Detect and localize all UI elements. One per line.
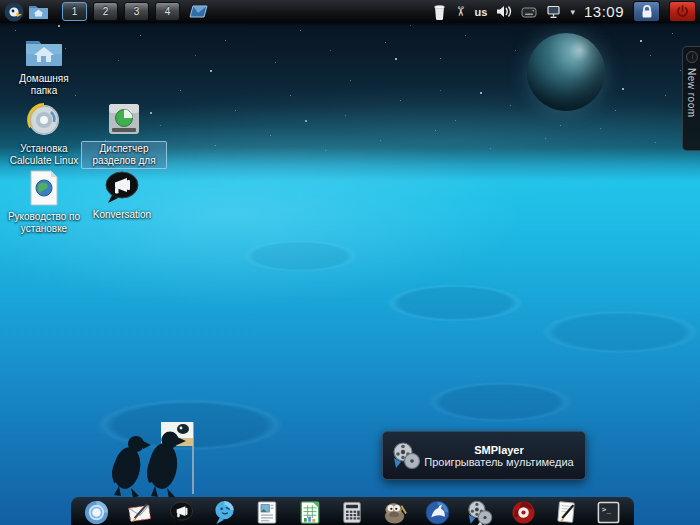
show-desktop-icon (188, 4, 208, 20)
konversation-dock-icon (169, 500, 194, 525)
tooltip-title: SMPlayer (422, 444, 576, 456)
workspace-button-1[interactable]: 1 (62, 2, 87, 21)
tooltip-subtitle: Проигрыватель мультимедиа (422, 456, 576, 468)
dock-item-terminal[interactable]: >_ (595, 499, 622, 525)
gimp-icon (383, 500, 408, 525)
lock-screen-button[interactable] (633, 1, 660, 22)
volume-icon[interactable] (496, 5, 512, 18)
dock-item-konversation[interactable] (168, 499, 195, 525)
partition-manager-icon (105, 102, 143, 138)
dock-item-text-editor[interactable] (552, 499, 579, 525)
shutdown-button[interactable] (669, 1, 696, 22)
dock-item-libreoffice-writer[interactable] (254, 499, 281, 525)
dock-item-kopete[interactable] (211, 499, 238, 525)
penguins-with-flag (103, 406, 215, 502)
claws-mail-icon (127, 500, 152, 525)
desktop-icon-partition-manager[interactable]: Диспетчер разделов для (81, 102, 167, 169)
kopete-icon (212, 500, 237, 525)
dock-tooltip: SMPlayer Проигрыватель мультимедиа (382, 431, 586, 480)
keyboard-layout-indicator[interactable]: us (475, 6, 488, 18)
system-tray: ✂ us ▾ 13:09 (433, 1, 696, 22)
desktop-icon-home-folder[interactable]: Домашняя папка (1, 36, 87, 99)
workspace-button-2[interactable]: 2 (93, 2, 118, 21)
smplayer-icon (467, 498, 494, 525)
install-cd-icon (25, 102, 63, 138)
planet (527, 33, 605, 111)
desktop-icon-label: Установка Calculate Linux (1, 141, 87, 169)
calculator-icon (340, 500, 364, 525)
dock: >_ (71, 497, 634, 525)
menu-button[interactable] (4, 2, 24, 21)
desktop-icon-label: Konversation (89, 207, 155, 223)
power-icon (675, 4, 690, 19)
clock[interactable]: 13:09 (584, 3, 624, 20)
desktop-screen: 1 2 3 4 ✂ us (0, 0, 700, 525)
dock-item-gimp[interactable] (382, 499, 409, 525)
desktop-icon-label: Домашняя папка (1, 71, 87, 99)
dock-item-smplayer[interactable] (467, 499, 494, 525)
dock-item-calculator[interactable] (339, 499, 366, 525)
desktop-icon-label: Руководство по установке (1, 209, 87, 237)
dock-item-k3b[interactable] (510, 499, 537, 525)
chat-room-icon (686, 51, 698, 63)
k3b-icon (511, 500, 536, 525)
smplayer-tooltip-icon (392, 440, 422, 472)
calc-icon (298, 500, 322, 525)
dock-item-amarok[interactable] (424, 499, 451, 525)
removable-drive-icon[interactable] (521, 6, 537, 18)
amarok-icon (425, 500, 450, 525)
dock-item-chromium[interactable] (83, 499, 110, 525)
svg-text:>_: >_ (602, 505, 612, 514)
workspace-button-4[interactable]: 4 (155, 2, 180, 21)
home-folder-icon (24, 36, 64, 68)
tray-expand-arrow[interactable]: ▾ (570, 7, 575, 17)
desktop-icon-install-guide[interactable]: Руководство по установке (1, 170, 87, 237)
chromium-icon (84, 500, 109, 525)
terminal-icon: >_ (596, 500, 621, 525)
text-editor-icon (554, 500, 578, 525)
konversation-icon (103, 170, 141, 204)
calculate-logo-icon (4, 2, 24, 22)
chat-room-tab-label: New room (686, 68, 697, 118)
folder-home-icon (28, 3, 49, 20)
home-folder-button[interactable] (28, 2, 49, 21)
display-network-icon[interactable] (546, 5, 561, 19)
desktop-icon-konversation[interactable]: Konversation (79, 170, 165, 223)
tooltip-text: SMPlayer Проигрыватель мультимедиа (422, 444, 576, 468)
workspace-button-3[interactable]: 3 (124, 2, 149, 21)
chat-room-tab[interactable]: New room (682, 46, 700, 151)
writer-icon (255, 500, 279, 525)
trash-icon[interactable] (433, 4, 446, 20)
padlock-icon (639, 4, 655, 19)
dock-item-claws-mail[interactable] (126, 499, 153, 525)
clipboard-scissors-icon[interactable]: ✂ (453, 6, 468, 17)
top-panel: 1 2 3 4 ✂ us (0, 0, 700, 23)
guide-document-icon (28, 170, 60, 206)
desktop-icon-install-calculate[interactable]: Установка Calculate Linux (1, 102, 87, 169)
desktop-icon-label: Диспетчер разделов для (81, 141, 167, 169)
show-desktop-button[interactable] (188, 2, 208, 21)
dock-item-libreoffice-calc[interactable] (296, 499, 323, 525)
